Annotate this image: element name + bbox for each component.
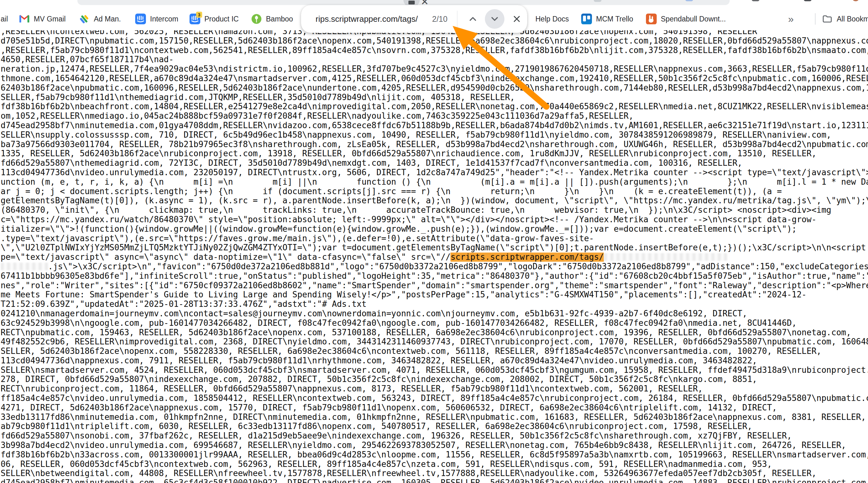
bamboohr-icon bbox=[251, 13, 262, 24]
find-in-page-bar: rips.scriptwrapper.com/tags/ 2/10 bbox=[301, 5, 527, 33]
bookmark-label: Bamboo bbox=[266, 15, 293, 23]
avatar-fragment bbox=[853, 0, 859, 1]
text-line: 63c924529b3998\n\ngoogle.com, pub-160147… bbox=[1, 319, 868, 328]
text-line: SELLER\nsmartadserver.com, 4524, RESELLE… bbox=[1, 365, 868, 375]
text-line: SELLER\nbetweendigital.com, 44808, RESEL… bbox=[1, 469, 868, 478]
intercom-icon bbox=[135, 13, 146, 24]
text-line: .js\">\x3C/script>\n","favicon":"6750d0d… bbox=[1, 262, 868, 271]
chevrons-right-icon: » bbox=[788, 13, 794, 25]
text-line: nes","role":"Writer","sites":[{"id":"675… bbox=[1, 281, 868, 290]
bookmark-label: Spendabull Downt... bbox=[661, 15, 726, 23]
find-query-input[interactable]: rips.scriptwrapper.com/tags/ bbox=[315, 5, 426, 33]
text-line: 67411b1bbbb96305e83bd6fe"],"infiniteScro… bbox=[1, 271, 868, 281]
text-line: 113cd04947736d\nappnexus.com, 7911, RESE… bbox=[1, 356, 868, 365]
chevron-up-icon bbox=[467, 13, 478, 24]
ad-manager-icon bbox=[79, 13, 90, 24]
bookmark-item-intercom[interactable]: Intercom bbox=[135, 12, 178, 26]
find-active-match-highlight: scripts.scriptwrapper.com/tags/ bbox=[451, 253, 603, 262]
text-line: c=\"https://mc.yandex.ru/watch/86480370\… bbox=[1, 215, 868, 224]
bookmark-item-mv-gmail[interactable]: MV Gmail bbox=[19, 12, 66, 26]
bookmarks-divider bbox=[815, 13, 815, 25]
text-line: SELLER,f5ab79cb980f11d1\nthemediagrid.co… bbox=[1, 93, 868, 102]
text-line: neration.jp,12474,RESELLER,7f4ea9029ac04… bbox=[1, 64, 868, 74]
bookmark-item-bamboo[interactable]: Bamboo bbox=[251, 12, 293, 26]
folder-icon bbox=[822, 13, 833, 24]
text-line: itializer=\"\">!(function(){window.growM… bbox=[1, 224, 868, 234]
toolbar-button-glyph bbox=[408, 1, 415, 4]
text-line: om,1052,RESELLER\nmediago.io,045ac24b888… bbox=[1, 111, 868, 121]
text-line: ar j = 0; j < document.scripts.length; j… bbox=[1, 187, 868, 196]
find-close-button[interactable] bbox=[507, 9, 527, 29]
text-line: 4650,RESELLER,07bcf65f187117b4\nad- bbox=[1, 55, 868, 64]
text-line: thmone.com,1654642120,RESELLER,a670c89d4… bbox=[1, 74, 868, 83]
text-line: 0241210\nmanagerdomain=journeymv.com\nco… bbox=[1, 309, 868, 319]
find-match-count: 2/10 bbox=[432, 5, 447, 33]
text-line: 33edb13117fd86\nminutemedia.com, 01hkmpf… bbox=[1, 413, 868, 422]
bookmark-label: Product IC bbox=[205, 15, 239, 23]
close-icon bbox=[512, 14, 522, 24]
bookmark-item-help-docs[interactable]: Help Docs bbox=[535, 12, 569, 26]
browser-window: ,RESELLER\ncontextweb.com, 562025, RESEL… bbox=[0, 0, 868, 483]
bookmark-item-all-bookmarks[interactable]: All Bookm bbox=[822, 12, 868, 26]
text-line: 62403b186f2ace\npubmatic.com,160096,RESE… bbox=[1, 83, 868, 93]
extension-icon-fragment bbox=[804, 0, 811, 1]
bookmark-label: Intercom bbox=[150, 15, 178, 23]
text-line: SELLER\nsupply.colossusssp.com, 710, DIR… bbox=[1, 130, 868, 140]
text-line: unction (m, e, t, r, i, k, a) {\n m[i] =… bbox=[1, 178, 868, 187]
badge-count: 3 bbox=[196, 12, 202, 18]
bookmark-label: MV Gmail bbox=[34, 15, 66, 23]
text-line: d745ead2958bf7\nminutemedia.com, 65c3cf4… bbox=[1, 478, 868, 483]
text-line: (86480370, \"init\", {\n clickmap: true,… bbox=[1, 205, 868, 215]
text-line: me Meets Fortune: SmartSpender's Guide t… bbox=[1, 290, 868, 299]
text-line: 278, DIRECT, 0bfd66d529a55807\nindexexch… bbox=[1, 375, 868, 384]
bookmark-label: ail bbox=[1, 15, 8, 23]
redacted-blur bbox=[1, 263, 48, 270]
text-line: T21:52:09.639Z","updatedAt":"2025-01-28T… bbox=[1, 299, 868, 309]
text-line: ba73a97566d9303e011704, RESELLER, 78b21b… bbox=[1, 140, 868, 149]
bookmark-item-ad-manager[interactable]: Ad Man. bbox=[79, 12, 121, 26]
text-line: getElementsByTagName(t)[0]), (k.async = … bbox=[1, 196, 868, 205]
page-text: ,RESELLER\ncontextweb.com, 562025, RESEL… bbox=[1, 27, 868, 483]
bookmarks-overflow-button[interactable]: » bbox=[788, 12, 794, 26]
text-line: 3b998a7bd4ecd2\nvideo.unrulymedia.com, 6… bbox=[1, 441, 868, 450]
text-line: 113cd04947736d\nvideo.unrulymedia.com, 2… bbox=[1, 168, 868, 178]
intercom-icon: 3 bbox=[189, 13, 200, 24]
find-previous-button[interactable] bbox=[463, 9, 483, 29]
trello-icon bbox=[581, 13, 592, 24]
bookmark-label: All Bookm bbox=[837, 15, 868, 23]
bookmark-label: Help Docs bbox=[535, 15, 569, 23]
find-next-button[interactable] bbox=[485, 9, 504, 29]
text-line: fd66d529a55807\nthemediagrid.com, 72YI3C… bbox=[1, 159, 868, 168]
extension-icon-fragment bbox=[594, 0, 601, 2]
gmail-icon bbox=[19, 13, 30, 24]
bookmark-item-mcm-trello[interactable]: MCM Trello bbox=[581, 12, 633, 26]
bookmark-item-product-ic[interactable]: 3 Product IC bbox=[189, 12, 239, 26]
text-line: d745ead2958bf7\nminutemedia.com,01gya470… bbox=[1, 121, 868, 130]
text-line: pe=\"text/javascript\" async=\"async\" d… bbox=[1, 253, 868, 262]
redacted-blur bbox=[604, 253, 727, 261]
text-line: ab79cb980f11d1\ntriplelift.com, 6030, RE… bbox=[1, 422, 868, 431]
text-line: .type=\"text/javascript\"),(e.src=\"http… bbox=[1, 234, 868, 244]
bookmark-item-clipped[interactable]: ail bbox=[1, 12, 8, 26]
text-line: d705e51b5d,DIRECT\npubmatic.com,157150,R… bbox=[1, 36, 868, 46]
chevron-down-icon bbox=[489, 13, 500, 24]
bookmark-label: Ad Man. bbox=[94, 15, 121, 23]
text-line: ,RESELLER,f5ab79cb980f11d1\ncontextweb.c… bbox=[1, 46, 868, 55]
text-line: ff185a4c4e857c\nvideo.unrulymedia.com, 1… bbox=[1, 394, 868, 403]
text-line: RECT\npubmatic.com, 159463, RESELLER, 5d… bbox=[1, 328, 868, 337]
findbar-divider bbox=[457, 11, 457, 27]
bookmark-label: MCM Trello bbox=[596, 15, 633, 23]
text-line: 4271, DIRECT, 5d62403b186f2ace\nappnexus… bbox=[1, 403, 868, 413]
text-line: 1335, RESELLER, 5d62403b186f2ace\nrubico… bbox=[1, 149, 868, 159]
text-line: 49f482552c9b6, RESELLER\nimprovedigital.… bbox=[1, 337, 868, 347]
text-line: fdf38b16bf6b2b\nbeachfront.com,14804,RES… bbox=[1, 102, 868, 111]
text-line: fdf38b16bf6b2b\n33across.com, 0013300001… bbox=[1, 450, 868, 460]
text-line: fd66d529a55807\nsonobi.com, 37fbaf262c, … bbox=[1, 431, 868, 441]
text-line: 06, RESELLER, 060d053dcf45cbf3\ncontextw… bbox=[1, 460, 868, 469]
bookmark-item-spendabull[interactable]: Spendabull Downt... bbox=[646, 12, 726, 26]
spendabull-icon bbox=[646, 13, 657, 24]
extension-icon-fragment bbox=[752, 0, 760, 1]
text-line: SELLER, 5d62403b186f2ace\nopenx.com, 558… bbox=[1, 347, 868, 356]
text-line: RECT\nrubiconproject.com, 11864, RESELLE… bbox=[1, 384, 868, 394]
text-line: \",\"U2l0ZTplNWIxYjYzMS05MmZjLTQ5MzktYTJ… bbox=[1, 243, 868, 253]
